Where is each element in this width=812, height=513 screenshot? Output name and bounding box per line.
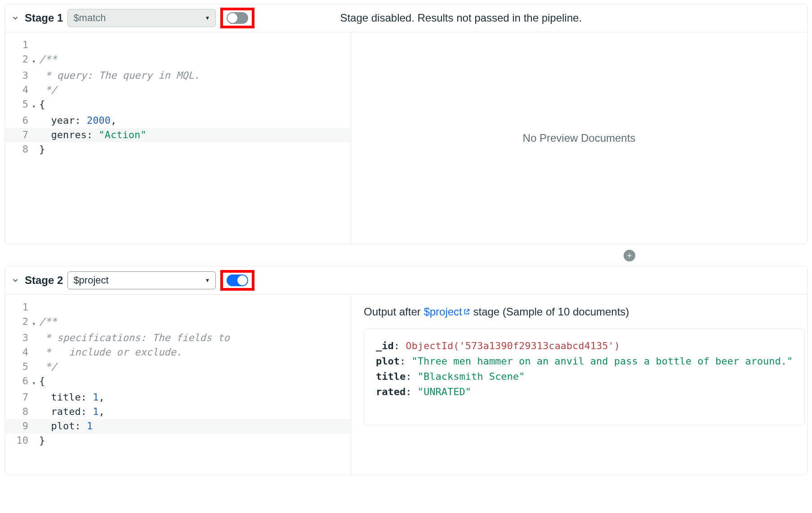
code-line[interactable]: 1 [5, 300, 351, 315]
code-line[interactable]: 8} [5, 142, 351, 157]
code-line[interactable]: 6▾{ [5, 374, 351, 390]
code-line[interactable]: 3 * specifications: The fields to [5, 331, 351, 345]
fold-icon [32, 68, 39, 70]
collapse-icon[interactable] [10, 275, 20, 285]
field-plot-label: plot [376, 356, 400, 367]
code-text: genres: "Action" [39, 128, 351, 142]
no-preview-text: No Preview Documents [523, 132, 636, 144]
fold-icon [32, 433, 39, 435]
stage-1-title: Stage 1 [25, 12, 63, 24]
stage-2-toggle-highlight [220, 270, 254, 291]
dropdown-caret-icon: ▼ [205, 277, 210, 284]
code-text: { [39, 97, 351, 112]
fold-icon[interactable]: ▾ [32, 374, 39, 390]
output-heading: Output after $project stage (Sample of 1… [364, 306, 799, 318]
line-number: 7 [5, 390, 32, 405]
add-stage-button[interactable] [624, 250, 635, 261]
stage-2-enable-toggle[interactable] [227, 274, 248, 286]
stage-1-operator-select[interactable]: $match ▼ [67, 9, 216, 27]
line-number: 5 [5, 97, 32, 112]
fold-icon[interactable]: ▾ [32, 97, 39, 113]
stage-1-header: Stage 1 $match ▼ Stage disabled. Results… [5, 4, 807, 32]
stage-1-operator-value: $match [73, 12, 106, 24]
field-id-value: ObjectId('573a1390f29313caabcd4135') [406, 340, 620, 351]
stage-1-disabled-message: Stage disabled. Results not passed in th… [340, 12, 582, 24]
code-line[interactable]: 2▾/** [5, 315, 351, 331]
code-line[interactable]: 6 year: 2000, [5, 113, 351, 128]
stage-1-toggle-highlight [220, 8, 254, 28]
fold-icon [32, 419, 39, 421]
code-line[interactable]: 3 * query: The query in MQL. [5, 68, 351, 83]
code-text: * specifications: The fields to [39, 331, 351, 345]
fold-icon [32, 390, 39, 392]
collapse-icon[interactable] [10, 13, 20, 23]
code-text: { [39, 374, 351, 388]
stage-1-preview-pane: No Preview Documents [351, 32, 807, 244]
fold-icon [32, 331, 39, 333]
line-number: 2 [5, 52, 32, 67]
code-line[interactable]: 5 */ [5, 360, 351, 374]
line-number: 7 [5, 128, 32, 142]
code-text: */ [39, 360, 351, 374]
fold-icon [32, 113, 39, 115]
line-number: 1 [5, 300, 32, 315]
line-number: 5 [5, 360, 32, 374]
stage-2-code-editor[interactable]: 12▾/**3 * specifications: The fields to4… [5, 295, 351, 475]
fold-icon [32, 83, 39, 85]
field-title-label: title [376, 371, 406, 382]
field-id-label: _id [376, 340, 394, 351]
code-text: * include or exclude. [39, 345, 351, 360]
stage-1-body: 12▾/**3 * query: The query in MQL.4 */5▾… [5, 32, 807, 244]
document-card[interactable]: _id: ObjectId('573a1390f29313caabcd4135'… [364, 328, 805, 425]
stage-1-enable-toggle[interactable] [227, 12, 248, 24]
stage-2-output-pane: Output after $project stage (Sample of 1… [351, 295, 807, 475]
output-stage-link[interactable]: $project [424, 306, 470, 318]
code-line[interactable]: 10} [5, 433, 351, 448]
code-line[interactable]: 5▾{ [5, 97, 351, 113]
field-plot-value: "Three men hammer on an anvil and pass a… [411, 356, 793, 367]
fold-icon[interactable]: ▾ [32, 315, 39, 331]
code-line[interactable]: 7 genres: "Action" [5, 128, 351, 142]
code-text: rated: 1, [39, 405, 351, 419]
fold-icon [32, 345, 39, 347]
dropdown-caret-icon: ▼ [205, 15, 210, 21]
code-line[interactable]: 9 plot: 1 [5, 419, 351, 433]
code-text: plot: 1 [39, 419, 351, 433]
add-stage-row [446, 250, 812, 261]
output-prefix: Output after [364, 306, 424, 318]
code-line[interactable]: 7 title: 1, [5, 390, 351, 405]
stage-1-code-editor[interactable]: 12▾/**3 * query: The query in MQL.4 */5▾… [5, 32, 351, 244]
code-line[interactable]: 1 [5, 38, 351, 52]
line-number: 8 [5, 142, 32, 157]
line-number: 8 [5, 405, 32, 419]
code-text: title: 1, [39, 390, 351, 405]
fold-icon[interactable]: ▾ [32, 52, 39, 68]
stage-2-card: Stage 2 $project ▼ 12▾/**3 * specificati… [4, 266, 808, 475]
fold-icon [32, 360, 39, 361]
stage-2-body: 12▾/**3 * specifications: The fields to4… [5, 295, 807, 475]
fold-icon [32, 128, 39, 130]
stage-2-operator-select[interactable]: $project ▼ [67, 271, 216, 289]
stage-2-title: Stage 2 [25, 274, 63, 287]
line-number: 4 [5, 345, 32, 360]
line-number: 3 [5, 331, 32, 345]
field-title-value: "Blacksmith Scene" [418, 371, 525, 382]
fold-icon [32, 300, 39, 302]
field-rated-value: "UNRATED" [418, 386, 471, 397]
field-rated-label: rated [376, 386, 406, 397]
line-number: 9 [5, 419, 32, 433]
line-number: 3 [5, 68, 32, 83]
code-line[interactable]: 8 rated: 1, [5, 405, 351, 419]
code-line[interactable]: 4 */ [5, 83, 351, 97]
line-number: 2 [5, 315, 32, 329]
line-number: 6 [5, 374, 32, 388]
line-number: 4 [5, 83, 32, 97]
code-text: * query: The query in MQL. [39, 68, 351, 83]
stage-1-card: Stage 1 $match ▼ Stage disabled. Results… [4, 4, 808, 244]
fold-icon [32, 38, 39, 40]
code-line[interactable]: 2▾/** [5, 52, 351, 68]
fold-icon [32, 405, 39, 406]
code-line[interactable]: 4 * include or exclude. [5, 345, 351, 360]
code-text: year: 2000, [39, 113, 351, 128]
document-cards: _id: ObjectId('573a1390f29313caabcd4135'… [364, 328, 799, 425]
